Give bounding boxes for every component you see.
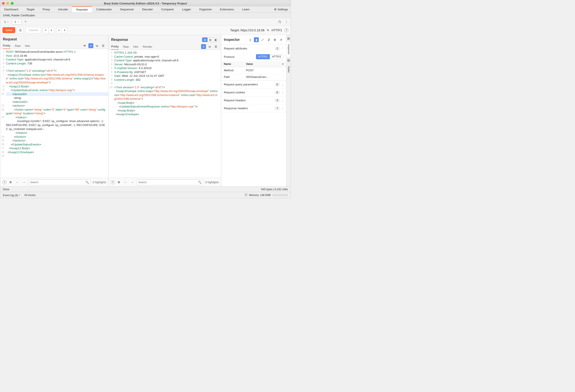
main-tab-organizer[interactable]: Organizer <box>195 6 216 12</box>
sub-tab-row[interactable]: SAML Raider Certificates <box>0 13 291 18</box>
editor-line[interactable]: </status> <box>0 131 108 135</box>
editor-line[interactable]: 19 <box>0 154 108 158</box>
editor-line[interactable]: 10<?xml version="1.0" encoding="utf-8"?> <box>109 86 221 89</box>
help-icon[interactable]: ? <box>2 180 6 184</box>
wrap-icon[interactable]: ≡ <box>201 44 206 49</box>
main-tab-intruder[interactable]: Intruder <box>54 6 72 12</box>
tab-close-icon[interactable]: × <box>7 21 8 23</box>
history-back-dropdown[interactable]: ▼ <box>48 27 54 33</box>
help-icon[interactable]: ? <box>284 28 288 32</box>
menu-icon[interactable]: ⋮ <box>284 20 289 24</box>
editor-line[interactable]: GoodApp=1|md5='; EXEC sp_configure 'show… <box>0 119 108 131</box>
editor-line[interactable]: 10 <deviceID> <box>0 92 108 96</box>
view-tab-hex[interactable]: Hex <box>133 44 138 50</box>
response-editor[interactable]: 1HTTP/1.1 200 OK2Cache-Control: private,… <box>109 50 221 178</box>
main-tab-extensions[interactable]: Extensions <box>216 6 239 12</box>
gear-icon[interactable]: ⚙ <box>117 180 121 185</box>
main-tab-logger[interactable]: Logger <box>178 6 195 12</box>
main-tab-target[interactable]: Target <box>23 6 39 12</box>
side-icon-1[interactable]: ▤ <box>287 35 291 42</box>
editor-line[interactable]: 9 <box>109 82 221 85</box>
search-icon[interactable] <box>277 20 282 24</box>
main-tab-sequencer[interactable]: Sequencer <box>116 6 138 12</box>
view-tab-pretty[interactable]: Pretty <box>111 44 119 50</box>
view-tab-raw[interactable]: Raw <box>15 43 21 49</box>
response-search-input[interactable]: 🔍 <box>136 179 204 185</box>
main-tab-collaborator[interactable]: Collaborator <box>92 6 116 12</box>
editor-line[interactable]: 12 <Action name="string" code="0" date="… <box>0 108 108 115</box>
editor-line[interactable]: 5X-AspNet-Version: 4.0.30319 <box>109 66 221 70</box>
repeater-tab-1[interactable]: 1 × <box>2 19 11 24</box>
main-tab-proxy[interactable]: Proxy <box>39 6 54 12</box>
help-icon[interactable]: ? <box>111 180 115 184</box>
editor-line[interactable]: 17 </soap12:Body> <box>0 146 108 150</box>
editor-line[interactable]: 6X-Powered-By: ASP.NET <box>109 70 221 74</box>
editor-line[interactable]: <soap:Envelope xmlns:soap="http://www.w3… <box>109 89 221 101</box>
sort-icon[interactable]: ≡ <box>282 63 284 65</box>
all-issues-button[interactable]: All issues <box>24 194 36 197</box>
layout-icon-1[interactable]: ▯ <box>248 37 253 42</box>
view-tab-raw[interactable]: Raw <box>123 44 129 50</box>
history-forward-button[interactable]: > <box>56 27 62 33</box>
editor-line[interactable]: 18 </soap12:Envelope> <box>0 150 108 154</box>
editor-line[interactable]: </deviceID> <box>0 100 108 104</box>
attribute-row[interactable]: Path/WSStatusEven...› <box>221 74 286 80</box>
search-icon[interactable]: 🔍 <box>85 180 89 184</box>
maximize-window-button[interactable] <box>11 2 13 5</box>
protocol-option[interactable]: HTTP/1 <box>256 54 270 59</box>
editor-line[interactable]: 4Content-Length: 736 <box>0 62 108 65</box>
gear-icon[interactable]: ⚙ <box>272 37 277 42</box>
section-response-headers[interactable]: Response headers7⌄ <box>221 104 286 112</box>
minimize-window-button[interactable] <box>6 2 9 5</box>
protocol-option[interactable]: HTTP/2 <box>270 54 283 59</box>
layout-icon-2[interactable]: ▮ <box>254 37 259 42</box>
editor-line[interactable]: 1HTTP/1.1 200 OK <box>109 51 221 55</box>
event-log-button[interactable]: Event log (4) • <box>3 193 20 197</box>
layout-combined[interactable]: ▦ <box>213 38 218 42</box>
section-query-params[interactable]: Request query parameters0⌄ <box>221 81 286 88</box>
layout-vertical[interactable]: ▥ <box>208 38 213 42</box>
main-tab-dashboard[interactable]: Dashboard <box>0 6 23 12</box>
send-button[interactable]: Send <box>2 27 15 33</box>
side-tab-notes[interactable]: Notes <box>287 64 291 75</box>
section-request-headers[interactable]: Request headers3⌄ <box>221 96 286 104</box>
edit-target-icon[interactable]: ✎ <box>267 28 269 32</box>
view-tab-render[interactable]: Render <box>143 44 152 50</box>
editor-line[interactable]: 6<?xml version="1.0" encoding="utf-8"?> <box>0 69 108 73</box>
editor-line[interactable]: <UpdateStatusEventsResponse xmlns="http:… <box>109 105 221 109</box>
editor-line[interactable]: 8Content-Length: 302 <box>109 78 221 82</box>
send-options-button[interactable] <box>17 27 24 33</box>
close-window-button[interactable] <box>2 2 5 5</box>
protocol-toggle[interactable]: HTTP/1HTTP/2 <box>256 54 284 59</box>
editor-line[interactable]: 3Content-Type: application/soap+xml; cha… <box>0 58 108 62</box>
view-tab-hex[interactable]: Hex <box>25 43 30 49</box>
visibility-icon[interactable]: 👁 <box>82 43 87 48</box>
editor-line[interactable]: </soap:Body> <box>109 109 221 112</box>
cancel-button[interactable]: Cancel <box>25 27 41 33</box>
forward-arrow-icon[interactable]: → <box>130 180 135 185</box>
view-tab-pretty[interactable]: Pretty <box>3 43 10 49</box>
editor-line[interactable]: 2Host: 10.0.18.96 <box>0 54 108 58</box>
editor-line[interactable]: 1POST /WSStatusEvents/EventHandler.asmx … <box>0 50 108 54</box>
editor-line[interactable]: </soap:Envelope> <box>109 112 221 116</box>
request-search-input[interactable]: 🔍 <box>28 179 91 185</box>
attribute-row[interactable]: MethodPOST› <box>221 67 286 74</box>
editor-line[interactable]: 11 <actions> <box>0 104 108 108</box>
tab-close-icon[interactable]: × <box>18 21 19 23</box>
editor-line[interactable]: 4Server: Microsoft-IIS/10.0 <box>109 63 221 66</box>
history-forward-dropdown[interactable]: ▼ <box>62 27 68 33</box>
main-tab-learn[interactable]: Learn <box>238 6 254 12</box>
collapse-icon[interactable]: ⇵ <box>266 37 271 42</box>
editor-line[interactable]: 8 <soap12:Body> <box>0 85 108 88</box>
editor-line[interactable]: 7 <soap12:Envelope xmlns:xsi="http://www… <box>0 73 108 85</box>
history-back-button[interactable]: < <box>43 27 48 33</box>
editor-line[interactable]: 3Content-Type: application/soap+xml; cha… <box>109 59 221 63</box>
editor-line[interactable]: 9 <UpdateStatusEvents xmlns="http://temp… <box>0 88 108 92</box>
settings-button[interactable]: ⚙ Settings <box>271 6 291 12</box>
editor-line[interactable]: 7Date: Wed, 12 Jun 2024 13:31:47 GMT <box>109 74 221 78</box>
wrap-icon[interactable]: ≡ <box>88 43 93 48</box>
layout-toggle[interactable]: ▤ ▥ ▦ <box>202 37 218 42</box>
editor-line[interactable]: 13 <status> <box>0 115 108 119</box>
section-request-attributes[interactable]: Request attributes 2⌃ <box>221 44 286 52</box>
repeater-tab-2[interactable]: 2 × <box>12 19 22 24</box>
